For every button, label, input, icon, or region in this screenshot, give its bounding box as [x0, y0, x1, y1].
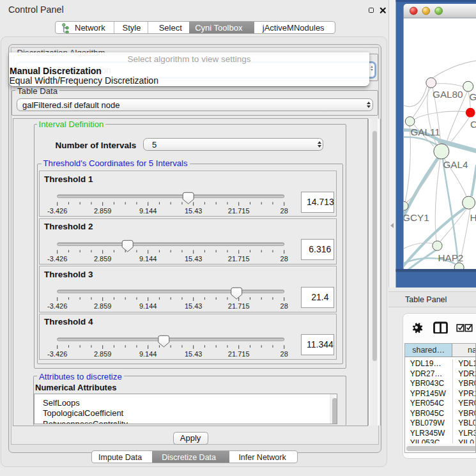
svg-text:21.715: 21.715: [228, 302, 250, 310]
svg-text:15.43: 15.43: [185, 207, 203, 215]
svg-text:9.144: 9.144: [139, 207, 157, 215]
svg-text:HAP2: HAP2: [438, 252, 463, 263]
svg-text:28: 28: [280, 302, 288, 310]
svg-text:15.43: 15.43: [185, 302, 203, 310]
svg-text:C: C: [470, 119, 476, 130]
svg-text:2.859: 2.859: [94, 255, 112, 263]
svg-text:21.715: 21.715: [228, 207, 250, 215]
svg-text:15.43: 15.43: [185, 350, 203, 358]
svg-text:-3.426: -3.426: [47, 255, 67, 263]
svg-text:GAL11: GAL11: [410, 127, 440, 137]
svg-text:-3.426: -3.426: [47, 207, 67, 215]
svg-text:9.144: 9.144: [139, 302, 157, 310]
svg-text:9.144: 9.144: [139, 350, 157, 358]
svg-text:-3.426: -3.426: [47, 302, 67, 310]
svg-text:GA: GA: [470, 91, 476, 102]
svg-text:2.859: 2.859: [94, 302, 112, 310]
svg-text:28: 28: [280, 255, 288, 263]
svg-text:-3.426: -3.426: [47, 350, 67, 358]
svg-text:28: 28: [280, 207, 288, 215]
svg-text:GAL80: GAL80: [433, 89, 463, 100]
svg-text:9.144: 9.144: [139, 255, 157, 263]
svg-text:28: 28: [280, 350, 288, 358]
svg-text:GAL4: GAL4: [443, 159, 468, 170]
svg-text:2.859: 2.859: [94, 207, 112, 215]
svg-text:GCY1: GCY1: [403, 212, 429, 223]
svg-text:2.859: 2.859: [94, 350, 112, 358]
svg-text:H: H: [470, 212, 476, 223]
svg-text:21.715: 21.715: [228, 350, 250, 358]
svg-text:15.43: 15.43: [185, 255, 203, 263]
svg-text:21.715: 21.715: [228, 255, 250, 263]
